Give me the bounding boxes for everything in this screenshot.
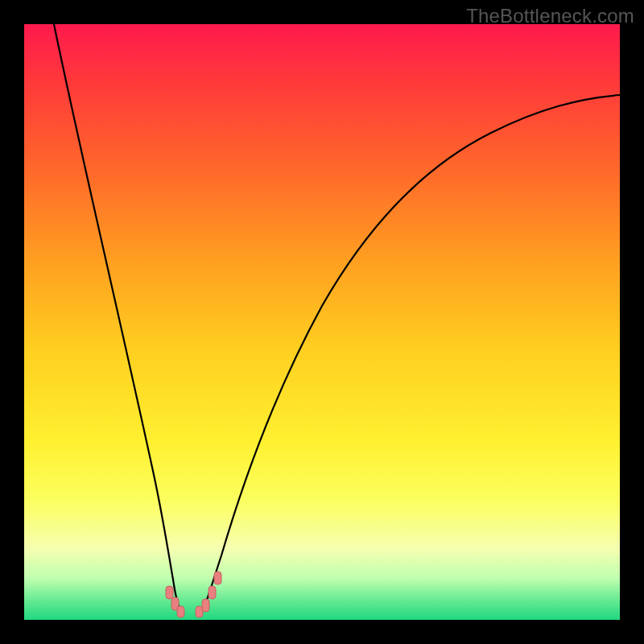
marker-dot: [202, 599, 209, 612]
curve-right-branch: [203, 95, 620, 610]
curve-left-branch: [54, 24, 180, 610]
chart-svg: [24, 24, 620, 620]
marker-dot: [177, 606, 184, 617]
marker-dot: [208, 586, 216, 599]
marker-dot: [214, 572, 221, 584]
chart-stage: TheBottleneck.com: [0, 0, 644, 644]
plot-area: [24, 24, 620, 620]
marker-dot: [166, 586, 173, 599]
